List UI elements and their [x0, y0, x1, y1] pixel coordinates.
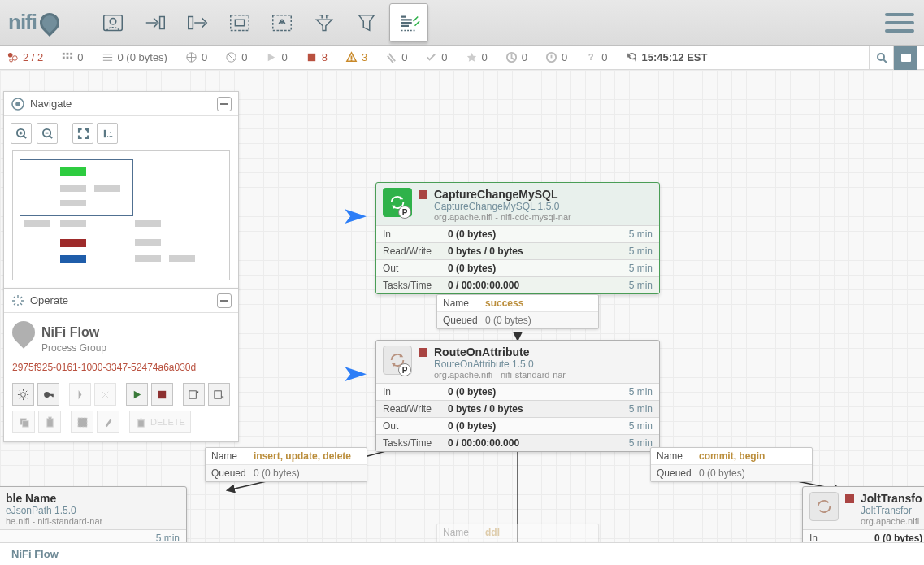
- brand-logo: nifi: [0, 0, 85, 46]
- status-threads: 0: [61, 51, 83, 63]
- group-button: [71, 411, 93, 433]
- enable-button: [69, 383, 91, 406]
- status-refresh[interactable]: 15:45:12 EST: [626, 51, 708, 63]
- connection-insert-update-delete[interactable]: Nameinsert, update, delete Queued0 (0 by…: [205, 447, 367, 482]
- operate-collapse-button[interactable]: [217, 293, 232, 308]
- svg-rect-43: [46, 418, 53, 426]
- svg-rect-13: [71, 53, 73, 55]
- svg-rect-38: [158, 390, 166, 398]
- operate-title: Operate: [30, 294, 68, 306]
- add-output-port-button[interactable]: [178, 3, 217, 42]
- navigate-title: Navigate: [30, 98, 72, 110]
- upload-template-button[interactable]: [208, 383, 230, 406]
- add-template-button[interactable]: [347, 3, 386, 42]
- processor-jolttransform-partial[interactable]: JoltTransfo JoltTransfor org.apache.nifi…: [802, 486, 924, 547]
- navigate-collapse-button[interactable]: [217, 97, 232, 111]
- status-remote-inactive: 0: [225, 51, 247, 63]
- zoom-fit-button[interactable]: [72, 123, 93, 144]
- start-button[interactable]: [126, 383, 148, 406]
- add-funnel-button[interactable]: [305, 3, 344, 42]
- svg-rect-2: [160, 16, 165, 28]
- paste-button: [38, 411, 61, 433]
- add-label-button[interactable]: [389, 3, 428, 42]
- svg-rect-20: [350, 56, 352, 59]
- search-button[interactable]: [869, 46, 893, 70]
- processor-routeonattribute[interactable]: RouteOnAttribute RouteOnAttribute 1.5.0 …: [375, 340, 660, 452]
- processor-capturechangemysql[interactable]: CaptureChangeMySQL CaptureChangeMySQL 1.…: [375, 182, 660, 294]
- disable-button: [94, 383, 116, 406]
- add-processor-button[interactable]: [93, 3, 132, 42]
- breadcrumb[interactable]: NiFi Flow: [0, 542, 924, 565]
- svg-rect-14: [63, 57, 65, 59]
- add-process-group-button[interactable]: [220, 3, 259, 42]
- svg-rect-3: [189, 16, 193, 28]
- svg-rect-15: [67, 57, 69, 59]
- processor-state-stopped-icon: [419, 348, 427, 357]
- svg-rect-26: [901, 54, 911, 62]
- operate-group-name: NiFi Flow: [41, 325, 99, 340]
- copy-button: [12, 411, 35, 433]
- svg-point-25: [878, 54, 884, 60]
- create-template-button[interactable]: [183, 383, 205, 406]
- status-invalid: 3: [345, 51, 367, 63]
- birdseye-view[interactable]: [12, 150, 230, 280]
- svg-text::1: :1: [106, 130, 112, 138]
- processor-state-stopped-icon: [845, 494, 854, 503]
- processor-name: CaptureChangeMySQL: [434, 188, 653, 201]
- status-uptodate: 0: [425, 51, 447, 63]
- status-stale: 0: [505, 51, 527, 63]
- svg-text:?: ?: [588, 52, 594, 62]
- connection-success[interactable]: Namesuccess Queued0 (0 bytes): [436, 294, 599, 329]
- status-disabled: 0: [385, 51, 407, 63]
- svg-rect-4: [231, 15, 249, 30]
- svg-point-1: [110, 18, 116, 24]
- processor-bundle: org.apache.nifi - nifi-standard-nar: [434, 370, 653, 380]
- svg-point-10: [10, 59, 13, 62]
- processor-icon: [809, 492, 839, 521]
- operate-uuid: 2975f925-0161-1000-3347-52474a6a030d: [12, 362, 230, 373]
- add-remote-process-group-button[interactable]: [262, 3, 301, 42]
- flow-canvas[interactable]: Navigate :1: [0, 70, 924, 542]
- svg-point-31: [16, 102, 20, 106]
- status-locally-modified: 0: [466, 51, 488, 63]
- svg-rect-44: [48, 416, 51, 419]
- svg-point-36: [21, 392, 26, 397]
- processor-state-stopped-icon: [419, 190, 427, 199]
- svg-rect-11: [63, 53, 65, 55]
- processor-type: RouteOnAttribute 1.5.0: [434, 359, 653, 370]
- primary-node-badge: P: [398, 206, 411, 219]
- zoom-in-button[interactable]: [11, 123, 32, 144]
- connection-commit-begin[interactable]: Namecommit, begin Queued0 (0 bytes): [650, 447, 813, 482]
- operate-panel: Operate NiFi Flow Process Group 2975f925…: [3, 288, 239, 442]
- configure-button[interactable]: [12, 383, 34, 406]
- global-menu-button[interactable]: [885, 8, 914, 37]
- svg-rect-39: [189, 390, 196, 398]
- status-sync-fail: 0: [545, 51, 567, 63]
- svg-rect-5: [235, 20, 244, 26]
- status-bar: 2 / 2 0 0 (0 bytes) 0 0 0 8 3 0 0 0 0 0 …: [0, 46, 924, 70]
- zoom-out-button[interactable]: [37, 123, 58, 144]
- svg-rect-0: [104, 15, 123, 30]
- svg-rect-46: [138, 419, 145, 426]
- zoom-actual-button[interactable]: :1: [97, 123, 118, 144]
- access-policies-button[interactable]: [37, 383, 59, 406]
- svg-rect-34: [103, 129, 106, 137]
- status-nodes: 2 / 2: [7, 51, 43, 63]
- processor-bundle: org.apache.nifi - nifi-cdc-mysql-nar: [434, 212, 653, 222]
- add-input-port-button[interactable]: [136, 3, 175, 42]
- svg-rect-16: [71, 57, 73, 59]
- status-running: 0: [265, 51, 287, 63]
- svg-point-9: [13, 56, 18, 61]
- svg-rect-12: [67, 53, 69, 55]
- status-stopped: 8: [306, 51, 328, 63]
- bulletin-button[interactable]: [893, 46, 917, 70]
- process-group-icon: [7, 316, 40, 349]
- navigate-panel: Navigate :1: [3, 91, 239, 289]
- stop-button[interactable]: [151, 383, 173, 406]
- toolbar: nifi: [0, 0, 924, 46]
- processor-evaluatejsonpath-partial[interactable]: ble Name eJsonPath 1.5.0 he.nifi - nifi-…: [0, 486, 187, 547]
- color-button: [97, 411, 119, 433]
- processor-name: RouteOnAttribute: [434, 346, 653, 359]
- status-queued: 0 (0 bytes): [102, 51, 167, 63]
- svg-rect-42: [22, 420, 28, 427]
